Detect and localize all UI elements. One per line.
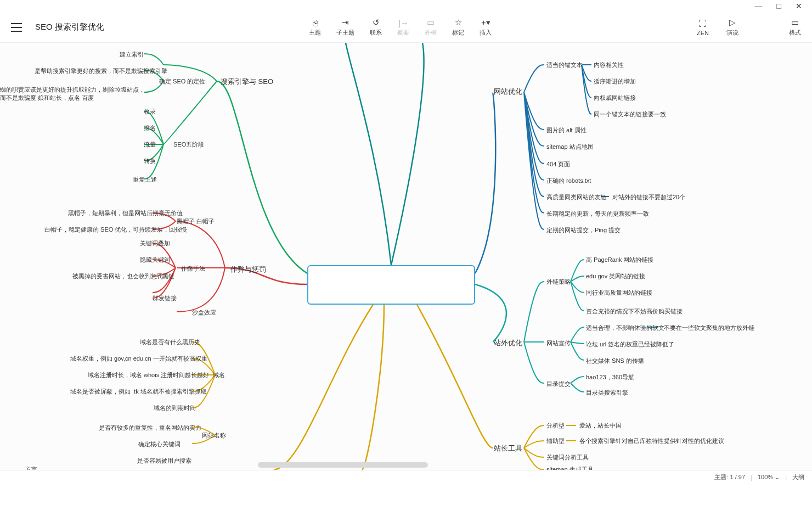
node[interactable]: 向权威网站链接 (594, 94, 636, 102)
subtopic-button[interactable]: ⇥子主题 (336, 18, 354, 37)
marker-button[interactable]: ☆标记 (452, 18, 464, 37)
node[interactable]: edu gov 类网站的链接 (586, 272, 645, 280)
node[interactable]: 是否有较多的重复性，重名网站的实力 (99, 424, 201, 432)
node[interactable]: 域名是否被屏蔽，例如 .tk 域名就不被搜索引擎抓取 (70, 388, 207, 396)
relationship-button[interactable]: ↺联系 (370, 18, 382, 37)
boundary-icon: ▭ (427, 18, 435, 27)
status-zoom[interactable]: 100% ⌄ (758, 474, 780, 481)
connection-lines (0, 43, 812, 470)
node[interactable]: 流量 (144, 141, 156, 149)
zen-icon: ⛶ (698, 19, 707, 29)
close-icon[interactable]: ✕ (796, 2, 802, 10)
node[interactable]: 域名 (213, 371, 225, 379)
status-bar: 主题: 1 / 97 | 100% ⌄ | 大纲 (0, 470, 812, 484)
node[interactable]: 长期稳定的更新，每天的更新频率一致 (546, 210, 649, 218)
node[interactable]: 黑链 (162, 272, 174, 280)
node[interactable]: 蜘的职责应该是更好的提升抓取能力，剔除垃圾站点，而不是欺骗度 娘和站长，点名 百… (0, 86, 148, 102)
node[interactable]: 资金充裕的情况下不妨高价购买链接 (586, 307, 683, 316)
node[interactable]: 定期的网站提交，Ping 提交 (546, 226, 621, 234)
node[interactable]: 目录提交 (546, 380, 571, 388)
node[interactable]: 社交媒体 SNS 的传播 (586, 357, 644, 365)
horizontal-scrollbar[interactable] (258, 462, 428, 468)
node[interactable]: 关键词分析工具 (546, 453, 589, 462)
node[interactable]: 关键词叠加 (140, 239, 170, 248)
format-icon: ▭ (791, 18, 799, 27)
node[interactable]: 论坛 url 签名的权重已经被降低了 (586, 340, 674, 349)
node[interactable]: 内容相关性 (594, 61, 624, 69)
node[interactable]: 网站名称 (202, 431, 226, 440)
node[interactable]: 爱站，站长中国 (579, 422, 622, 430)
menu-icon[interactable] (11, 23, 22, 32)
node[interactable]: 黑帽子 白帽子 (177, 217, 215, 226)
status-outline[interactable]: 大纲 (792, 473, 804, 481)
maximize-icon[interactable]: □ (777, 2, 781, 10)
window-controls: — □ ✕ (0, 0, 812, 12)
insert-button[interactable]: +▾插入 (480, 18, 492, 37)
node[interactable]: sitemap 站点地图 (546, 143, 594, 151)
branch-offsite[interactable]: 站外优化 (494, 338, 522, 348)
node[interactable]: 404 页面 (546, 160, 570, 169)
node[interactable]: 收录 (144, 108, 156, 116)
node[interactable]: 分析型 (546, 422, 565, 430)
node[interactable]: 网站宣传 (546, 339, 571, 347)
node[interactable]: 转换 (144, 157, 156, 165)
summary-icon: ]→ (398, 18, 409, 27)
node[interactable]: 不要在一些软文聚集的地方放外链 (664, 324, 754, 332)
summary-button: ]→概要 (397, 18, 409, 37)
node[interactable]: 作弊手法 (181, 265, 205, 273)
node[interactable]: 各个搜索引擎针对自己库独特性提供针对性的优化建议 (579, 437, 724, 445)
node[interactable]: 域名是否有什么黑历史 (140, 338, 200, 346)
node[interactable]: 辅助型 (546, 437, 565, 445)
node[interactable]: 目录类搜索引擎 (586, 389, 628, 397)
node[interactable]: 域名注册时长，域名 whois 注册时间越长越好 (88, 371, 209, 379)
format-button[interactable]: ▭格式 (789, 18, 801, 37)
node[interactable]: 循序渐进的增加 (594, 77, 636, 86)
node[interactable]: 图片的 alt 属性 (546, 126, 587, 134)
document-title: SEO 搜索引擎优化 (35, 22, 104, 32)
node[interactable]: 排名 (144, 124, 156, 132)
marker-icon: ☆ (455, 18, 462, 27)
branch-site-opt[interactable]: 网站优化 (494, 87, 522, 97)
toolbar: SEO 搜索引擎优化 ⎘主题 ⇥子主题 ↺联系 ]→概要 ▭外框 ☆标记 +▾插… (0, 12, 812, 43)
node[interactable]: 正确的 robots.txt (546, 177, 591, 185)
minimize-icon[interactable]: — (755, 2, 763, 10)
node[interactable]: 建立索引 (120, 50, 144, 59)
branch-cheat[interactable]: 作弊与惩罚 (230, 265, 266, 274)
node[interactable]: 黑帽子，短期暴利，但是网站后期毫无价值 (68, 209, 183, 217)
branch-tools[interactable]: 站长工具 (494, 444, 522, 453)
node[interactable]: 对站外的链接不要超过20个 (612, 193, 685, 201)
status-topics: 主题: 1 / 97 (714, 473, 745, 481)
topic-button[interactable]: ⎘主题 (309, 18, 321, 37)
node[interactable]: 同行业高质量网站的链接 (586, 289, 652, 297)
insert-icon: +▾ (481, 18, 490, 27)
present-button[interactable]: ▷演说 (726, 18, 738, 37)
node[interactable]: 适当的锚文本 (546, 61, 583, 69)
node[interactable]: 适当合理，不影响体验的软文 (586, 324, 664, 332)
node[interactable]: 同一个锚文本的链接要一致 (594, 110, 666, 119)
node[interactable]: 群发链接 (153, 294, 177, 302)
node[interactable]: 域名权重，例如 gov,cn edu.cn 一开始就有较高权重 (70, 355, 207, 363)
node[interactable]: 重复上述 (133, 176, 157, 184)
node[interactable]: 高 PageRank 网站的链接 (586, 256, 653, 264)
node[interactable]: 方言 (25, 465, 37, 470)
mindmap-canvas[interactable]: 搜索引擎与 SEO 建立索引 确定 SEO 的定位 是帮助搜索引擎更好的搜索，而… (0, 43, 812, 470)
node[interactable]: hao123，360导航 (586, 373, 634, 381)
node[interactable]: 隐藏关键词 (140, 256, 170, 264)
node[interactable]: 被黑掉的受害网站，也会收到惩罚 (72, 272, 163, 280)
node[interactable]: sitemap 生成工具 (546, 465, 594, 470)
node[interactable]: 外链策略 (546, 278, 571, 286)
node[interactable]: 确定 SEO 的定位 (159, 77, 205, 86)
node[interactable]: 是帮助搜索引擎更好的搜索，而不是欺骗搜索引擎 (35, 67, 167, 75)
node[interactable]: 确定核心关键词 (138, 440, 181, 448)
node[interactable]: 沙盒效应 (192, 308, 216, 317)
subtopic-icon: ⇥ (342, 18, 349, 27)
node[interactable]: SEO五阶段 (173, 141, 204, 149)
node[interactable]: 白帽子，稳定健康的 SEO 优化，可持续发展，回报慢 (44, 226, 187, 234)
node[interactable]: 域名的到期时间 (154, 404, 196, 412)
present-icon: ▷ (729, 18, 736, 27)
branch-search-seo[interactable]: 搜索引擎与 SEO (221, 77, 273, 87)
zen-button[interactable]: ⛶ZEN (697, 19, 709, 36)
node[interactable]: 是否容易被用户搜索 (137, 457, 191, 465)
central-topic[interactable] (307, 265, 475, 305)
node[interactable]: 高质量同类网站的友链 (546, 193, 607, 201)
